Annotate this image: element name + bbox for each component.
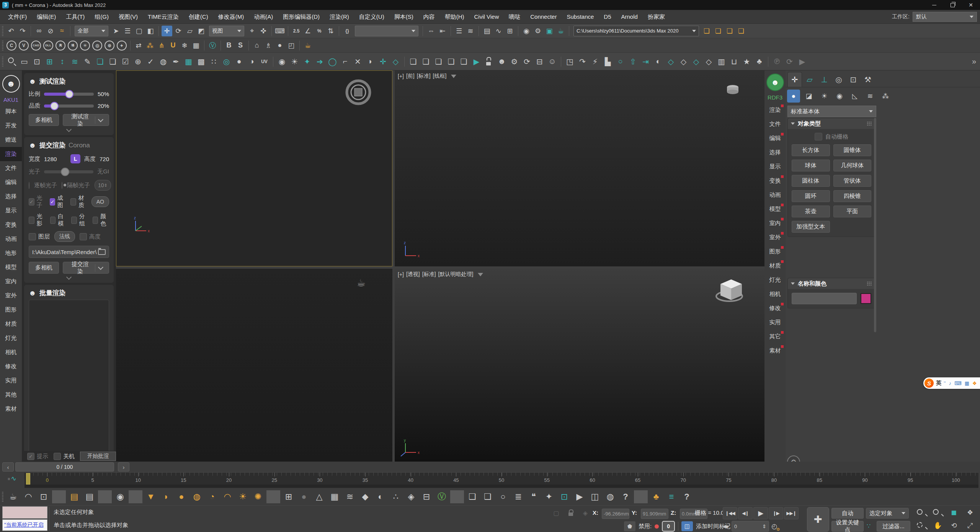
- box-app-icon[interactable]: ⊡: [37, 490, 51, 503]
- trees-icon[interactable]: ♣: [649, 490, 663, 503]
- lock-icon[interactable]: [483, 55, 495, 67]
- sphere-icon[interactable]: ●: [274, 40, 285, 51]
- find-plugin-icon[interactable]: ⌖: [117, 41, 127, 51]
- left-dock-tab[interactable]: 文件: [0, 161, 22, 175]
- separator[interactable]: [569, 26, 569, 36]
- object-type-button[interactable]: 茶壶: [792, 206, 830, 217]
- menu-item[interactable]: 修改器(M): [213, 10, 249, 24]
- eyedropper-icon[interactable]: ✒: [170, 55, 182, 67]
- measure-icon[interactable]: ↕: [56, 55, 68, 67]
- mirror-icon[interactable]: ⇔: [426, 26, 436, 36]
- dots-link-icon[interactable]: ∷: [208, 55, 220, 67]
- spinner-arrows-icon[interactable]: ⇕: [104, 183, 108, 188]
- schematic-view-icon[interactable]: ⊞: [505, 26, 515, 36]
- select-by-name-icon[interactable]: ☰: [122, 26, 133, 36]
- open-folder-icon[interactable]: ▭: [18, 55, 30, 67]
- render-option-checkbox[interactable]: 光子: [29, 194, 45, 209]
- menu-item[interactable]: 脚本(S): [389, 10, 418, 24]
- transfer-icon[interactable]: ⇄: [133, 40, 144, 51]
- sun-icon[interactable]: ☀: [289, 55, 301, 67]
- layer-checkbox[interactable]: 图层: [29, 233, 50, 240]
- footprints-icon[interactable]: ⁂: [145, 40, 155, 51]
- maximize-viewport-button[interactable]: ⤢: [963, 520, 977, 531]
- photon-slider-thumb[interactable]: [61, 168, 69, 176]
- rendered-frame-icon[interactable]: ▣: [544, 26, 555, 36]
- bin-icon[interactable]: ⊔: [728, 55, 740, 67]
- render-option-checkbox[interactable]: 光影: [29, 213, 46, 227]
- menu-item[interactable]: 视图(V): [114, 10, 143, 24]
- dome-wire-icon[interactable]: ◠: [220, 490, 234, 503]
- ellipse-icon[interactable]: ◯: [327, 55, 338, 67]
- cat-helpers[interactable]: ◺: [848, 90, 861, 103]
- redo-plus-icon[interactable]: ↷: [577, 55, 588, 67]
- time-config-icon[interactable]: ◴: [771, 522, 777, 530]
- menu-item[interactable]: 嘀哒: [504, 10, 525, 24]
- clone-icon[interactable]: ❏: [94, 55, 106, 67]
- sun-light-icon[interactable]: ☀: [236, 490, 250, 503]
- edit-icon[interactable]: ✎: [82, 55, 93, 67]
- height-value[interactable]: 720: [100, 156, 109, 162]
- split-view-icon[interactable]: ◫: [588, 490, 602, 503]
- ta-plugin-icon[interactable]: 塌: [68, 41, 78, 51]
- safe-frames-shield-icon[interactable]: ⬟: [624, 521, 635, 531]
- menu-item[interactable]: 帮助(H): [440, 10, 469, 24]
- key-filters-button[interactable]: 过滤器...: [877, 521, 910, 532]
- separator[interactable]: [52, 490, 66, 503]
- sphere-light-icon[interactable]: ●: [175, 490, 188, 503]
- toolbox-icon[interactable]: ▦: [965, 380, 969, 386]
- right-dock-tab[interactable]: 室外: [764, 230, 786, 245]
- clip-plus-icon[interactable]: ❏: [407, 55, 419, 67]
- scene-object[interactable]: ☕: [357, 277, 366, 289]
- viewcube[interactable]: [715, 276, 748, 304]
- tab-display[interactable]: ⊡: [846, 72, 860, 87]
- spot-icon[interactable]: ✕: [352, 55, 364, 67]
- rect-select-region-icon[interactable]: ▢: [134, 26, 144, 36]
- separator[interactable]: [98, 490, 112, 503]
- collapse-handle[interactable]: [29, 277, 109, 279]
- v-plugin-icon[interactable]: V: [19, 41, 29, 51]
- object-type-button[interactable]: 几何球体: [833, 160, 872, 171]
- right-dock-tab[interactable]: 渲染: [764, 103, 786, 117]
- light-lister-icon[interactable]: ▤: [67, 490, 81, 503]
- camera-lister-icon[interactable]: ▤: [83, 490, 96, 503]
- menu-item[interactable]: 渲染(R): [325, 10, 354, 24]
- p-badge-icon[interactable]: ℗: [771, 55, 783, 67]
- tab-hierarchy[interactable]: ⊥: [817, 72, 831, 87]
- input-mode-toggle[interactable]: 英: [936, 380, 941, 387]
- quality-slider[interactable]: [44, 104, 94, 108]
- stats-icon[interactable]: ▙: [602, 55, 614, 67]
- checker-swap-icon[interactable]: ▦: [183, 55, 194, 67]
- sphere-key-icon[interactable]: ◐: [652, 55, 664, 67]
- bolt-icon[interactable]: ⚡: [589, 55, 601, 67]
- tab-motion[interactable]: ◎: [832, 72, 846, 87]
- corner-icon[interactable]: ⌐: [339, 55, 351, 67]
- sun2-light-icon[interactable]: ✺: [251, 490, 265, 503]
- right-dock-tab[interactable]: 其它: [764, 330, 786, 344]
- boxes-icon[interactable]: ⊞: [282, 490, 296, 503]
- right-dock-tab[interactable]: 相机: [764, 287, 786, 301]
- layers2-icon[interactable]: ≣: [511, 490, 525, 503]
- collapse-handle[interactable]: [29, 129, 109, 131]
- keyboard-icon[interactable]: ⌨: [954, 380, 962, 386]
- separator[interactable]: [404, 57, 405, 67]
- rollout-header[interactable]: 对象类型: [788, 118, 875, 129]
- wheel-plugin-icon[interactable]: ✳: [80, 41, 90, 51]
- snap-25-icon[interactable]: 2.5: [291, 26, 302, 36]
- select-manipulate-icon[interactable]: ✜: [258, 26, 269, 36]
- tab-create[interactable]: ✛: [787, 72, 802, 87]
- cad-plugin-icon[interactable]: CAD: [31, 41, 41, 51]
- cube-minus-icon[interactable]: ◇: [678, 55, 689, 67]
- doc-check-icon[interactable]: ☑: [119, 55, 131, 67]
- toolbar-grip[interactable]: [2, 41, 3, 51]
- doc-plus-icon[interactable]: ❏: [107, 55, 119, 67]
- spark-icon[interactable]: ✦: [542, 490, 556, 503]
- layer-explorer-icon[interactable]: ≋: [465, 26, 476, 36]
- left-dock-tab[interactable]: 其他: [0, 388, 22, 402]
- toolbar-grip[interactable]: [2, 57, 3, 67]
- start-batch-button[interactable]: 开始批渲: [80, 452, 116, 461]
- height-checkbox[interactable]: 高度: [80, 233, 101, 240]
- ao-button[interactable]: AO: [91, 196, 109, 207]
- bulb-icon[interactable]: ✦: [301, 55, 313, 67]
- cube-icon[interactable]: ◇: [390, 55, 402, 67]
- use-pivot-icon[interactable]: ⌖: [247, 26, 257, 36]
